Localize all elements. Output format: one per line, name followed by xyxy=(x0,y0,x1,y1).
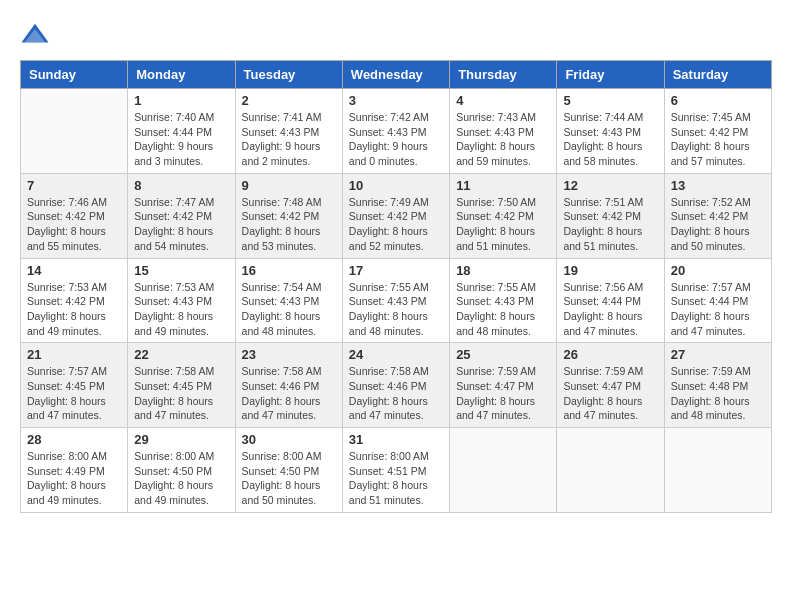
day-header-monday: Monday xyxy=(128,61,235,89)
calendar-cell: 31Sunrise: 8:00 AMSunset: 4:51 PMDayligh… xyxy=(342,428,449,513)
calendar-cell: 12Sunrise: 7:51 AMSunset: 4:42 PMDayligh… xyxy=(557,173,664,258)
day-info: Sunrise: 7:43 AMSunset: 4:43 PMDaylight:… xyxy=(456,110,550,169)
calendar-cell: 26Sunrise: 7:59 AMSunset: 4:47 PMDayligh… xyxy=(557,343,664,428)
calendar-cell xyxy=(450,428,557,513)
day-number: 6 xyxy=(671,93,765,108)
day-number: 13 xyxy=(671,178,765,193)
logo xyxy=(20,20,54,50)
day-info: Sunrise: 7:42 AMSunset: 4:43 PMDaylight:… xyxy=(349,110,443,169)
day-header-tuesday: Tuesday xyxy=(235,61,342,89)
day-info: Sunrise: 7:56 AMSunset: 4:44 PMDaylight:… xyxy=(563,280,657,339)
day-number: 10 xyxy=(349,178,443,193)
day-info: Sunrise: 7:55 AMSunset: 4:43 PMDaylight:… xyxy=(456,280,550,339)
day-info: Sunrise: 7:53 AMSunset: 4:43 PMDaylight:… xyxy=(134,280,228,339)
day-number: 7 xyxy=(27,178,121,193)
day-info: Sunrise: 7:59 AMSunset: 4:47 PMDaylight:… xyxy=(456,364,550,423)
day-number: 1 xyxy=(134,93,228,108)
day-info: Sunrise: 8:00 AMSunset: 4:50 PMDaylight:… xyxy=(134,449,228,508)
calendar-cell: 15Sunrise: 7:53 AMSunset: 4:43 PMDayligh… xyxy=(128,258,235,343)
calendar-cell: 13Sunrise: 7:52 AMSunset: 4:42 PMDayligh… xyxy=(664,173,771,258)
page-header xyxy=(20,20,772,50)
day-info: Sunrise: 7:58 AMSunset: 4:46 PMDaylight:… xyxy=(349,364,443,423)
calendar-table: SundayMondayTuesdayWednesdayThursdayFrid… xyxy=(20,60,772,513)
day-info: Sunrise: 7:54 AMSunset: 4:43 PMDaylight:… xyxy=(242,280,336,339)
logo-icon xyxy=(20,20,50,50)
day-info: Sunrise: 7:55 AMSunset: 4:43 PMDaylight:… xyxy=(349,280,443,339)
day-info: Sunrise: 7:59 AMSunset: 4:47 PMDaylight:… xyxy=(563,364,657,423)
calendar-week-row: 1Sunrise: 7:40 AMSunset: 4:44 PMDaylight… xyxy=(21,89,772,174)
calendar-cell: 28Sunrise: 8:00 AMSunset: 4:49 PMDayligh… xyxy=(21,428,128,513)
calendar-cell: 5Sunrise: 7:44 AMSunset: 4:43 PMDaylight… xyxy=(557,89,664,174)
day-number: 8 xyxy=(134,178,228,193)
calendar-cell: 20Sunrise: 7:57 AMSunset: 4:44 PMDayligh… xyxy=(664,258,771,343)
day-number: 16 xyxy=(242,263,336,278)
day-number: 9 xyxy=(242,178,336,193)
day-info: Sunrise: 7:40 AMSunset: 4:44 PMDaylight:… xyxy=(134,110,228,169)
day-number: 23 xyxy=(242,347,336,362)
day-number: 26 xyxy=(563,347,657,362)
calendar-cell xyxy=(664,428,771,513)
day-info: Sunrise: 7:48 AMSunset: 4:42 PMDaylight:… xyxy=(242,195,336,254)
calendar-cell: 19Sunrise: 7:56 AMSunset: 4:44 PMDayligh… xyxy=(557,258,664,343)
calendar-cell: 9Sunrise: 7:48 AMSunset: 4:42 PMDaylight… xyxy=(235,173,342,258)
calendar-cell: 14Sunrise: 7:53 AMSunset: 4:42 PMDayligh… xyxy=(21,258,128,343)
day-header-saturday: Saturday xyxy=(664,61,771,89)
day-number: 4 xyxy=(456,93,550,108)
day-number: 5 xyxy=(563,93,657,108)
day-header-friday: Friday xyxy=(557,61,664,89)
day-info: Sunrise: 7:46 AMSunset: 4:42 PMDaylight:… xyxy=(27,195,121,254)
day-number: 20 xyxy=(671,263,765,278)
calendar-cell: 23Sunrise: 7:58 AMSunset: 4:46 PMDayligh… xyxy=(235,343,342,428)
day-info: Sunrise: 7:45 AMSunset: 4:42 PMDaylight:… xyxy=(671,110,765,169)
day-info: Sunrise: 7:57 AMSunset: 4:44 PMDaylight:… xyxy=(671,280,765,339)
calendar-cell: 2Sunrise: 7:41 AMSunset: 4:43 PMDaylight… xyxy=(235,89,342,174)
day-number: 25 xyxy=(456,347,550,362)
calendar-cell: 10Sunrise: 7:49 AMSunset: 4:42 PMDayligh… xyxy=(342,173,449,258)
calendar-week-row: 21Sunrise: 7:57 AMSunset: 4:45 PMDayligh… xyxy=(21,343,772,428)
calendar-cell xyxy=(21,89,128,174)
day-info: Sunrise: 8:00 AMSunset: 4:50 PMDaylight:… xyxy=(242,449,336,508)
day-number: 28 xyxy=(27,432,121,447)
day-number: 27 xyxy=(671,347,765,362)
calendar-cell: 7Sunrise: 7:46 AMSunset: 4:42 PMDaylight… xyxy=(21,173,128,258)
day-info: Sunrise: 7:49 AMSunset: 4:42 PMDaylight:… xyxy=(349,195,443,254)
calendar-cell: 24Sunrise: 7:58 AMSunset: 4:46 PMDayligh… xyxy=(342,343,449,428)
calendar-week-row: 28Sunrise: 8:00 AMSunset: 4:49 PMDayligh… xyxy=(21,428,772,513)
day-number: 24 xyxy=(349,347,443,362)
day-number: 21 xyxy=(27,347,121,362)
day-number: 30 xyxy=(242,432,336,447)
day-header-wednesday: Wednesday xyxy=(342,61,449,89)
day-number: 14 xyxy=(27,263,121,278)
day-number: 2 xyxy=(242,93,336,108)
calendar-cell: 21Sunrise: 7:57 AMSunset: 4:45 PMDayligh… xyxy=(21,343,128,428)
day-info: Sunrise: 7:57 AMSunset: 4:45 PMDaylight:… xyxy=(27,364,121,423)
calendar-cell: 8Sunrise: 7:47 AMSunset: 4:42 PMDaylight… xyxy=(128,173,235,258)
calendar-cell: 16Sunrise: 7:54 AMSunset: 4:43 PMDayligh… xyxy=(235,258,342,343)
day-number: 29 xyxy=(134,432,228,447)
day-number: 3 xyxy=(349,93,443,108)
calendar-cell: 18Sunrise: 7:55 AMSunset: 4:43 PMDayligh… xyxy=(450,258,557,343)
day-header-thursday: Thursday xyxy=(450,61,557,89)
day-info: Sunrise: 7:44 AMSunset: 4:43 PMDaylight:… xyxy=(563,110,657,169)
day-number: 17 xyxy=(349,263,443,278)
calendar-cell: 30Sunrise: 8:00 AMSunset: 4:50 PMDayligh… xyxy=(235,428,342,513)
calendar-cell: 27Sunrise: 7:59 AMSunset: 4:48 PMDayligh… xyxy=(664,343,771,428)
calendar-cell: 3Sunrise: 7:42 AMSunset: 4:43 PMDaylight… xyxy=(342,89,449,174)
day-number: 18 xyxy=(456,263,550,278)
calendar-cell: 17Sunrise: 7:55 AMSunset: 4:43 PMDayligh… xyxy=(342,258,449,343)
calendar-cell: 25Sunrise: 7:59 AMSunset: 4:47 PMDayligh… xyxy=(450,343,557,428)
day-number: 15 xyxy=(134,263,228,278)
day-info: Sunrise: 7:41 AMSunset: 4:43 PMDaylight:… xyxy=(242,110,336,169)
calendar-cell: 1Sunrise: 7:40 AMSunset: 4:44 PMDaylight… xyxy=(128,89,235,174)
calendar-cell xyxy=(557,428,664,513)
calendar-cell: 22Sunrise: 7:58 AMSunset: 4:45 PMDayligh… xyxy=(128,343,235,428)
day-info: Sunrise: 7:51 AMSunset: 4:42 PMDaylight:… xyxy=(563,195,657,254)
day-number: 12 xyxy=(563,178,657,193)
day-info: Sunrise: 7:53 AMSunset: 4:42 PMDaylight:… xyxy=(27,280,121,339)
day-header-sunday: Sunday xyxy=(21,61,128,89)
calendar-header-row: SundayMondayTuesdayWednesdayThursdayFrid… xyxy=(21,61,772,89)
day-info: Sunrise: 7:52 AMSunset: 4:42 PMDaylight:… xyxy=(671,195,765,254)
day-info: Sunrise: 7:58 AMSunset: 4:45 PMDaylight:… xyxy=(134,364,228,423)
day-number: 11 xyxy=(456,178,550,193)
day-number: 19 xyxy=(563,263,657,278)
